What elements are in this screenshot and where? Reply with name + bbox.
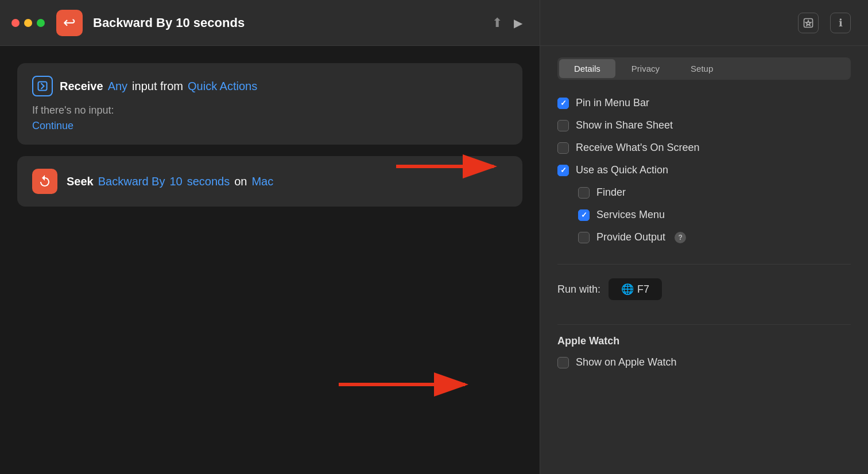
pin-in-menu-bar-checkbox[interactable] <box>557 98 569 109</box>
traffic-lights <box>11 19 45 27</box>
finder-row: Finder <box>557 187 851 199</box>
right-panel: Details Privacy Setup Pin in Menu Bar Sh… <box>540 46 868 474</box>
seek-text: Seek Backward By 10 seconds on Mac <box>67 175 273 188</box>
run-with-row: Run with: 🌐 F7 <box>557 278 851 300</box>
receive-input-from: input from <box>132 80 183 93</box>
pin-in-menu-bar-label: Pin in Menu Bar <box>576 97 649 109</box>
receive-whats-on-screen-checkbox[interactable] <box>557 142 569 154</box>
show-on-apple-watch-checkbox[interactable] <box>557 357 569 368</box>
seek-backward-by[interactable]: Backward By <box>98 175 165 188</box>
share-icon[interactable]: ⬆ <box>492 15 502 30</box>
info-button[interactable]: ℹ <box>830 13 851 33</box>
finder-label: Finder <box>596 187 626 199</box>
apple-watch-section-title: Apple Watch <box>557 335 851 347</box>
seek-icon <box>32 169 57 194</box>
show-in-share-sheet-row: Show in Share Sheet <box>557 119 851 131</box>
receive-whats-on-screen-label: Receive What's On Screen <box>576 142 700 154</box>
receive-quick-actions[interactable]: Quick Actions <box>188 80 257 93</box>
play-icon[interactable]: ▶ <box>514 16 522 30</box>
tab-setup[interactable]: Setup <box>676 59 728 78</box>
left-panel: Receive Any input from Quick Actions If … <box>0 46 540 474</box>
run-with-key[interactable]: 🌐 F7 <box>609 278 662 300</box>
services-menu-checkbox[interactable] <box>578 209 590 221</box>
divider-1 <box>557 264 851 265</box>
show-in-share-sheet-checkbox[interactable] <box>557 120 569 131</box>
main-content: Receive Any input from Quick Actions If … <box>0 46 868 474</box>
receive-card-top: Receive Any input from Quick Actions <box>32 76 507 96</box>
receive-card: Receive Any input from Quick Actions If … <box>17 63 522 145</box>
seek-card: Seek Backward By 10 seconds on Mac <box>17 156 522 207</box>
provide-output-help-icon[interactable]: ? <box>675 232 686 243</box>
no-input-label: If there's no input: <box>32 104 507 116</box>
tabs: Details Privacy Setup <box>557 57 851 80</box>
show-on-apple-watch-row: Show on Apple Watch <box>557 356 851 368</box>
receive-icon <box>32 76 53 96</box>
services-menu-label: Services Menu <box>596 209 665 221</box>
arrow-run-with <box>333 367 476 404</box>
services-menu-row: Services Menu <box>557 209 851 221</box>
titlebar-left: ↩ Backward By 10 seconds ⬆ ▶ <box>0 10 540 36</box>
titlebar-right: ℹ <box>540 0 868 45</box>
use-as-quick-action-row: Use as Quick Action <box>557 164 851 176</box>
run-with-label: Run with: <box>557 283 600 296</box>
seek-amount[interactable]: 10 <box>169 175 182 188</box>
provide-output-row: Provide Output ? <box>557 231 851 243</box>
maximize-button[interactable] <box>37 19 45 27</box>
provide-output-checkbox[interactable] <box>578 232 590 243</box>
close-button[interactable] <box>11 19 20 27</box>
app-icon: ↩ <box>56 10 83 36</box>
receive-sub: If there's no input: Continue <box>32 104 507 132</box>
use-as-quick-action-checkbox[interactable] <box>557 165 569 176</box>
divider-2 <box>557 324 851 325</box>
run-with-key-icon: 🌐 <box>621 283 634 296</box>
pin-in-menu-bar-row: Pin in Menu Bar <box>557 97 851 109</box>
run-with-key-value: F7 <box>637 283 649 296</box>
seek-platform[interactable]: Mac <box>251 175 273 188</box>
svg-rect-1 <box>38 82 47 91</box>
tab-privacy[interactable]: Privacy <box>617 59 675 78</box>
titlebar-actions: ⬆ ▶ <box>492 15 540 30</box>
titlebar: ↩ Backward By 10 seconds ⬆ ▶ ℹ <box>0 0 868 46</box>
show-in-share-sheet-label: Show in Share Sheet <box>576 119 673 131</box>
tab-details[interactable]: Details <box>559 59 615 78</box>
use-as-quick-action-label: Use as Quick Action <box>576 164 668 176</box>
show-on-apple-watch-label: Show on Apple Watch <box>576 356 676 368</box>
provide-output-label: Provide Output <box>596 231 665 243</box>
receive-whats-on-screen-row: Receive What's On Screen <box>557 142 851 154</box>
seek-label: Seek <box>67 175 94 188</box>
continue-link[interactable]: Continue <box>32 120 507 132</box>
window-title: Backward By 10 seconds <box>93 15 245 30</box>
finder-checkbox[interactable] <box>578 187 590 199</box>
minimize-button[interactable] <box>24 19 32 27</box>
receive-action-text: Receive Any input from Quick Actions <box>60 80 257 93</box>
seek-seconds[interactable]: seconds <box>187 175 230 188</box>
receive-label: Receive <box>60 80 103 93</box>
star-button[interactable] <box>798 13 819 33</box>
receive-any-label[interactable]: Any <box>108 80 127 93</box>
seek-on: on <box>234 175 247 188</box>
